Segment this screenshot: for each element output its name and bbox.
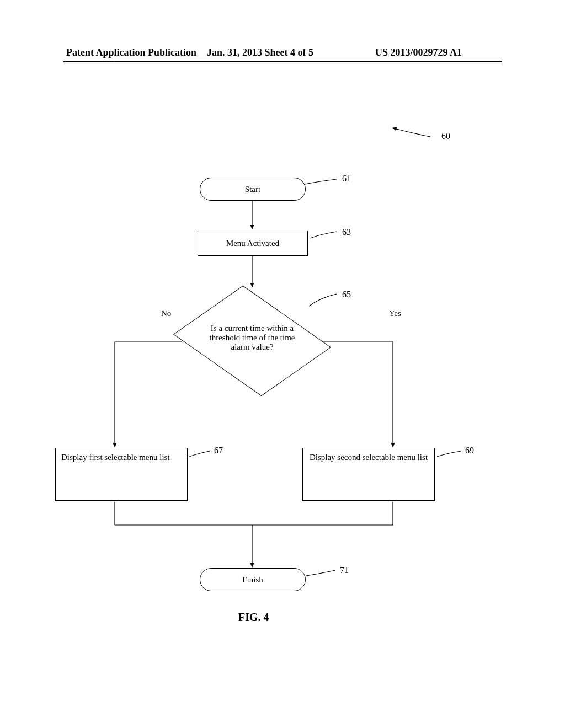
ref-61: 61 [342,174,351,184]
ref-60: 60 [441,131,450,141]
decision-diamond: Is a current time within a threshold tim… [175,286,329,396]
menu-activated-box: Menu Activated [198,231,308,256]
yes-label: Yes [389,309,401,318]
figure-caption: FIG. 4 [238,611,269,624]
first-list-label: Display first selectable menu list [61,453,170,462]
decision-text: Is a current time within a threshold tim… [202,324,302,352]
start-label: Start [245,185,260,194]
second-list-label: Display second selectable menu list [310,453,428,462]
no-label: No [161,309,171,318]
ref-65: 65 [342,290,351,299]
menu-activated-label: Menu Activated [226,239,279,248]
ref-69: 69 [465,446,474,456]
finish-label: Finish [242,575,263,585]
flowchart: Start Menu Activated Is a current time w… [0,0,565,728]
second-list-box: Display second selectable menu list [302,448,435,501]
ref-67: 67 [214,446,223,456]
start-terminator: Start [200,178,306,201]
finish-terminator: Finish [200,568,306,591]
ref-63: 63 [342,227,351,237]
first-list-box: Display first selectable menu list [55,448,188,501]
ref-71: 71 [340,565,349,575]
